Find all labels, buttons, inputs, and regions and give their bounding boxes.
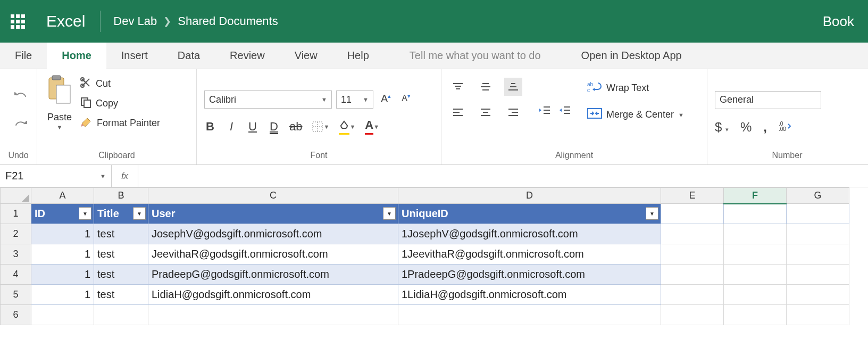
document-name[interactable]: Book [823,13,857,30]
cell[interactable] [661,244,724,265]
percent-format-button[interactable]: % [740,120,752,135]
cell[interactable]: 1 [31,224,94,244]
cell[interactable]: 1 [31,244,94,265]
cell[interactable] [787,265,849,285]
filter-button[interactable]: ▼ [383,207,396,220]
table-header-cell[interactable]: User▼ [148,204,398,224]
font-name-select[interactable]: Calibri ▼ [204,90,332,109]
column-header[interactable]: G [787,188,849,204]
decrease-font-button[interactable]: A▾ [398,90,414,109]
cell[interactable] [787,224,849,244]
increase-font-button[interactable]: A▴ [378,90,394,109]
cell[interactable] [661,265,724,285]
comma-format-button[interactable]: , [763,120,767,135]
row-header[interactable]: 3 [1,244,31,265]
accounting-format-button[interactable]: $ ▾ [715,120,729,135]
row-header[interactable]: 6 [1,305,31,325]
cell[interactable] [724,244,787,265]
bold-button[interactable]: B [204,120,216,134]
table-header-cell[interactable]: UniqueID▼ [398,204,661,224]
chevron-down-icon[interactable]: ▼ [57,124,63,130]
cell[interactable] [787,244,849,265]
redo-button[interactable] [14,118,30,132]
tab-view[interactable]: View [280,43,332,69]
cell[interactable] [724,305,787,325]
cell[interactable] [94,305,148,325]
font-size-select[interactable]: 11 ▼ [336,90,373,109]
cell[interactable]: 1JosephV@godsgift.onmicrosoft.com [398,224,661,244]
breadcrumb-item[interactable]: Dev Lab [113,14,157,28]
spreadsheet-grid[interactable]: ABCDEFG1ID▼Title▼User▼UniqueID▼21testJos… [0,187,868,325]
column-header[interactable]: E [661,188,724,204]
copy-button[interactable]: Copy [80,96,160,111]
font-color-button[interactable]: A ▼ [365,118,379,135]
cell[interactable]: test [94,224,148,244]
cell[interactable]: JeevithaR@godsgift.onmicrosoft.com [148,244,398,265]
cell[interactable] [661,204,724,224]
tab-data[interactable]: Data [163,43,215,69]
select-all-corner[interactable] [1,188,31,204]
tab-home[interactable]: Home [47,43,106,69]
align-bottom-button[interactable] [504,78,522,96]
align-middle-button[interactable] [477,78,495,96]
number-format-select[interactable]: General [715,91,821,109]
cell[interactable] [661,224,724,244]
cell[interactable]: LidiaH@godsgift.onmicrosoft.com [148,285,398,305]
column-header[interactable]: F [724,188,787,204]
italic-button[interactable]: I [226,120,237,134]
tab-review[interactable]: Review [215,43,280,69]
tell-me-search[interactable]: Tell me what you want to do [384,43,566,69]
tab-file[interactable]: File [0,43,47,69]
borders-button[interactable]: ▼ [312,121,329,133]
app-launcher-icon[interactable] [11,14,25,29]
increase-decimal-button[interactable]: .0.00 [779,121,792,134]
double-underline-button[interactable]: D [268,120,280,134]
open-desktop-button[interactable]: Open in Desktop App [566,43,697,69]
row-header[interactable]: 4 [1,265,31,285]
increase-indent-button[interactable] [558,105,571,115]
table-header-cell[interactable]: Title▼ [94,204,148,224]
cell[interactable]: test [94,285,148,305]
paste-icon[interactable] [45,73,74,111]
cell[interactable] [787,204,849,224]
tab-insert[interactable]: Insert [106,43,163,69]
app-name[interactable]: Excel [46,12,85,30]
cell[interactable] [148,305,398,325]
underline-button[interactable]: U [247,120,258,134]
cell[interactable]: 1PradeepG@godsgift.onmicrosoft.com [398,265,661,285]
filter-button[interactable]: ▼ [646,207,658,220]
tab-help[interactable]: Help [332,43,384,69]
name-box[interactable]: F21 ▼ [0,165,112,187]
cell[interactable] [31,305,94,325]
fx-button[interactable]: fx [112,165,138,187]
column-header[interactable]: A [31,188,94,204]
fill-color-button[interactable]: ▼ [339,118,355,135]
row-header[interactable]: 5 [1,285,31,305]
align-left-button[interactable] [449,103,467,121]
align-top-button[interactable] [449,78,467,96]
paste-button[interactable]: Paste [47,112,72,123]
cell[interactable]: JosephV@godsgift.onmicrosoft.com [148,224,398,244]
cell[interactable] [724,285,787,305]
row-header[interactable]: 2 [1,224,31,244]
cell[interactable]: test [94,265,148,285]
table-header-cell[interactable]: ID▼ [31,204,94,224]
cell[interactable]: PradeepG@godsgift.onmicrosoft.com [148,265,398,285]
cell[interactable] [724,204,787,224]
merge-center-button[interactable]: Merge & Center ▼ [587,108,684,121]
filter-button[interactable]: ▼ [79,207,91,220]
cell[interactable]: 1LidiaH@godsgift.onmicrosoft.com [398,285,661,305]
strikethrough-button[interactable]: ab [289,120,302,134]
cell[interactable] [787,285,849,305]
cell[interactable] [661,305,724,325]
cell[interactable] [787,305,849,325]
cell[interactable]: 1JeevithaR@godsgift.onmicrosoft.com [398,244,661,265]
column-header[interactable]: C [148,188,398,204]
align-right-button[interactable] [504,103,522,121]
cut-button[interactable]: Cut [80,77,160,91]
cell[interactable] [724,265,787,285]
column-header[interactable]: B [94,188,148,204]
wrap-text-button[interactable]: abc Wrap Text [587,81,684,95]
align-center-button[interactable] [477,103,495,121]
row-header[interactable]: 1 [1,204,31,224]
